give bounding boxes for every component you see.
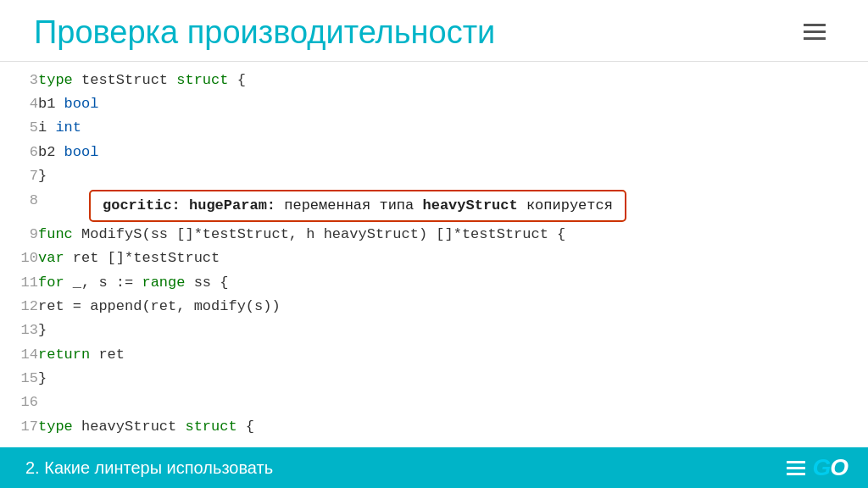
code-line: 4 b1 bool <box>0 92 868 116</box>
line-number: 9 <box>0 223 38 247</box>
line-content: b1 bool <box>38 92 868 116</box>
code-line: 6 b2 bool <box>0 141 868 164</box>
line-content: gocritic: hugeParam: переменная типа hea… <box>38 189 868 223</box>
annotation-box: gocritic: hugeParam: переменная типа hea… <box>89 190 626 222</box>
code-line: 3type testStruct struct { <box>0 69 868 92</box>
line-number: 3 <box>0 69 38 92</box>
line-content: var ret []*testStruct <box>38 247 868 270</box>
code-line: 12 ret = append(ret, modify(s)) <box>0 295 868 319</box>
line-number: 8 <box>0 189 38 223</box>
code-line: 16 <box>0 391 868 414</box>
code-line: 14 return ret <box>0 343 868 367</box>
line-number: 7 <box>0 164 38 188</box>
annotation-label: gocritic: hugeParam: <box>103 197 275 214</box>
line-number: 13 <box>0 319 38 342</box>
line-number: 17 <box>0 415 38 439</box>
line-content: type heavyStruct struct { <box>38 415 868 439</box>
line-number: 5 <box>0 116 38 140</box>
line-content: ret = append(ret, modify(s)) <box>38 295 868 319</box>
footer-logo-lines-icon <box>787 461 805 475</box>
line-number: 11 <box>0 271 38 295</box>
footer-logo: GO <box>787 454 848 481</box>
menu-icon[interactable] <box>804 24 826 40</box>
line-number: 12 <box>0 295 38 319</box>
header: Проверка производительности <box>0 0 868 62</box>
line-content <box>38 391 868 414</box>
line-number: 15 <box>0 367 38 391</box>
code-line: 5 i int <box>0 116 868 140</box>
code-section: 3type testStruct struct {4 b1 bool5 i in… <box>0 62 868 439</box>
code-table: 3type testStruct struct {4 b1 bool5 i in… <box>0 69 868 439</box>
line-number: 16 <box>0 391 38 414</box>
code-line: 10 var ret []*testStruct <box>0 247 868 270</box>
footer-text: 2. Какие линтеры использовать <box>25 458 273 478</box>
line-content: } <box>38 164 868 188</box>
line-content: return ret <box>38 343 868 367</box>
code-line: 7} <box>0 164 868 188</box>
line-content: type testStruct struct { <box>38 69 868 92</box>
line-content: i int <box>38 116 868 140</box>
code-line: 9func ModifyS(ss []*testStruct, h heavyS… <box>0 223 868 247</box>
code-line: 8gocritic: hugeParam: переменная типа he… <box>0 189 868 223</box>
line-content: } <box>38 367 868 391</box>
code-line: 11 for _, s := range ss { <box>0 271 868 295</box>
line-content: func ModifyS(ss []*testStruct, h heavySt… <box>38 223 868 247</box>
code-line: 13 } <box>0 319 868 342</box>
line-content: for _, s := range ss { <box>38 271 868 295</box>
code-line: 17type heavyStruct struct { <box>0 415 868 439</box>
line-number: 6 <box>0 141 38 164</box>
code-line: 15} <box>0 367 868 391</box>
footer: 2. Какие линтеры использовать GO <box>0 447 868 488</box>
annotation-type: heavyStruct <box>422 197 517 214</box>
line-number: 4 <box>0 92 38 116</box>
line-content: } <box>38 319 868 342</box>
line-content: b2 bool <box>38 141 868 164</box>
page-title: Проверка производительности <box>34 15 495 51</box>
go-logo: GO <box>812 454 848 481</box>
line-number: 10 <box>0 247 38 270</box>
line-number: 14 <box>0 343 38 367</box>
